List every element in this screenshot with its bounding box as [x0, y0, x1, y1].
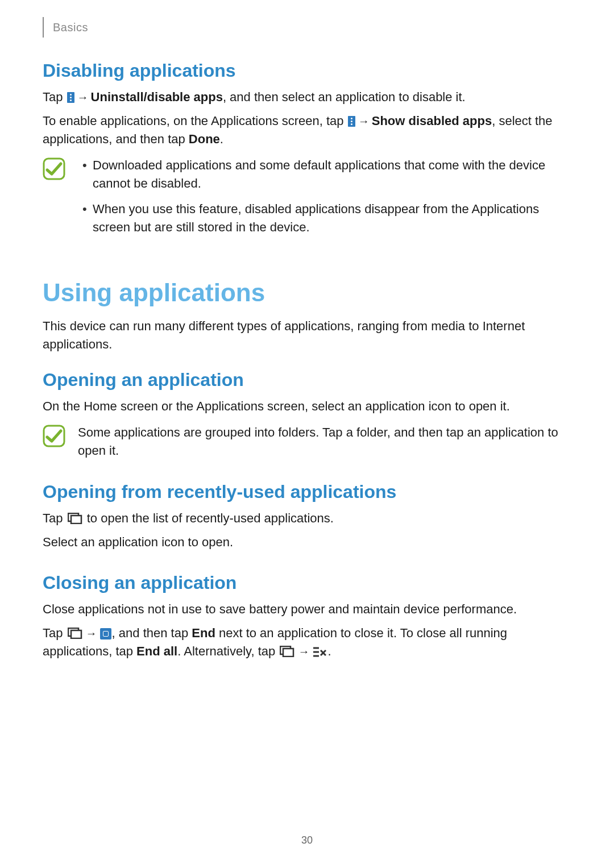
- recent-apps-icon: [280, 646, 294, 657]
- more-menu-icon: [348, 116, 355, 127]
- para-recent-1: Tap to open the list of recently-used ap…: [43, 509, 571, 528]
- heading-recent: Opening from recently-used applications: [43, 481, 571, 502]
- recent-apps-icon: [68, 628, 82, 639]
- para-using-intro: This device can run many different types…: [43, 317, 571, 354]
- text: Tap: [43, 511, 67, 525]
- para-opening-1: On the Home screen or the Applications s…: [43, 397, 571, 416]
- note-item: Downloaded applications and some default…: [78, 156, 571, 193]
- section-disabling: Disabling applications Tap → Uninstall/d…: [43, 60, 571, 244]
- more-menu-icon: [67, 92, 74, 103]
- text-bold: Uninstall/disable apps: [91, 90, 223, 104]
- note-icon: [43, 425, 65, 447]
- page-number: 30: [0, 834, 614, 846]
- text: .: [327, 644, 331, 658]
- note-text: Some applications are grouped into folde…: [78, 423, 571, 460]
- text: to open the list of recently-used applic…: [84, 511, 334, 525]
- section-opening: Opening an application On the Home scree…: [43, 369, 571, 460]
- text: To enable applications, on the Applicati…: [43, 114, 347, 128]
- section-closing: Closing an application Close application…: [43, 572, 571, 661]
- para-closing-2: Tap → , and then tap End next to an appl…: [43, 624, 571, 661]
- heading-disabling: Disabling applications: [43, 60, 571, 81]
- arrow-icon: →: [86, 625, 97, 642]
- task-manager-icon: [100, 628, 111, 639]
- heading-opening: Opening an application: [43, 369, 571, 391]
- note-icon: [43, 157, 65, 180]
- para-recent-2: Select an application icon to open.: [43, 533, 571, 551]
- svg-rect-5: [71, 630, 81, 638]
- para-closing-1: Close applications not in use to save ba…: [43, 600, 571, 618]
- recent-apps-icon: [68, 513, 82, 524]
- text-bold: End: [192, 626, 215, 640]
- text-bold: Show disabled apps: [372, 114, 492, 128]
- text: Tap: [43, 90, 67, 104]
- para-disable-2: To enable applications, on the Applicati…: [43, 112, 571, 148]
- text: .: [220, 132, 223, 146]
- svg-rect-3: [71, 516, 81, 524]
- section-recent: Opening from recently-used applications …: [43, 481, 571, 551]
- arrow-icon: →: [298, 643, 309, 660]
- heading-using: Using applications: [43, 279, 571, 307]
- breadcrumb-bar: Basics: [43, 17, 571, 38]
- svg-rect-7: [283, 649, 293, 657]
- text: . Alternatively, tap: [177, 644, 279, 658]
- note-item: When you use this feature, disabled appl…: [78, 200, 571, 236]
- text: , and then select an application to disa…: [223, 90, 466, 104]
- breadcrumb: Basics: [53, 21, 88, 34]
- note-block: Downloaded applications and some default…: [43, 156, 571, 245]
- arrow-icon: →: [358, 113, 370, 130]
- page-container: Basics Disabling applications Tap → Unin…: [0, 0, 614, 661]
- close-all-icon: [313, 646, 326, 658]
- note-list: Downloaded applications and some default…: [78, 156, 571, 245]
- heading-closing: Closing an application: [43, 572, 571, 593]
- text: Tap: [43, 626, 67, 640]
- para-disable-1: Tap → Uninstall/disable apps, and then s…: [43, 88, 571, 106]
- text: , and then tap: [112, 626, 192, 640]
- note-block: Some applications are grouped into folde…: [43, 423, 571, 460]
- arrow-icon: →: [77, 89, 89, 106]
- text-bold: Done: [189, 132, 220, 146]
- text-bold: End all: [136, 644, 177, 658]
